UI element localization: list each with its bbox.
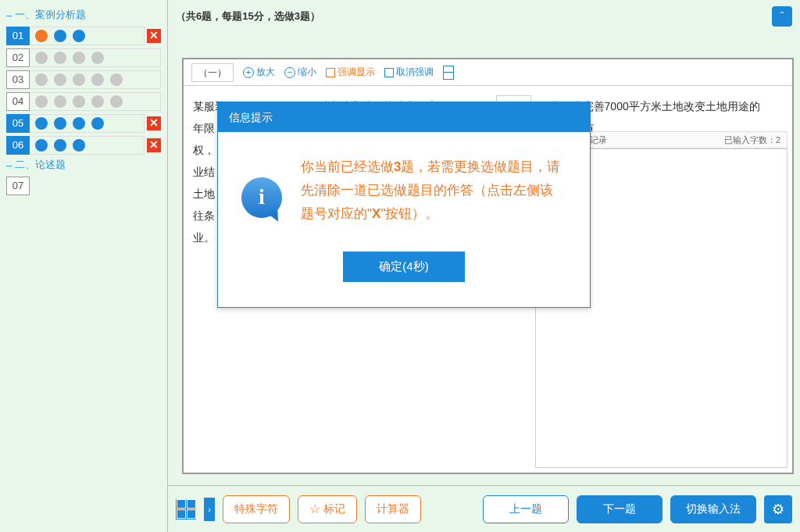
unhighlight-label: 取消强调 xyxy=(396,66,434,79)
modal-message: 你当前已经选做3题，若需更换选做题目，请先清除一道已选做题目的作答（点击左侧该题… xyxy=(301,155,562,225)
subpart-dot[interactable] xyxy=(35,139,48,152)
info-icon xyxy=(241,177,285,221)
prev-question-button[interactable]: 上一题 xyxy=(483,495,569,523)
highlight-label: 强调显示 xyxy=(338,66,375,79)
modal-ok-button[interactable]: 确定(4秒) xyxy=(343,252,464,282)
question-row-07: 07 xyxy=(3,177,161,195)
bottom-toolbar: › 特殊字符 标记 计算器 上一题 下一题 切换输入法 ⚙ xyxy=(168,485,800,532)
question-06-subparts xyxy=(30,136,145,155)
section-2-title[interactable]: 二、论述题 xyxy=(6,158,161,172)
calculator-button[interactable]: 计算器 xyxy=(365,495,421,523)
unhighlight-icon xyxy=(384,68,394,77)
subpart-dot[interactable] xyxy=(35,30,48,42)
question-row-04: 04 xyxy=(3,92,161,111)
question-05-subparts xyxy=(30,114,145,133)
calculator-label: 计算器 xyxy=(377,502,409,516)
subpart-dot[interactable] xyxy=(35,95,48,108)
chevron-right-icon: › xyxy=(208,505,211,514)
next-question-button[interactable]: 下一题 xyxy=(577,495,662,523)
section-header: （共6题，每题15分，选做3题） ˆ xyxy=(168,0,800,33)
clear-answer-x-button[interactable]: ✕ xyxy=(147,138,161,152)
question-04-subparts xyxy=(30,92,161,111)
subpart-dot[interactable] xyxy=(54,117,66,130)
subpart-dot[interactable] xyxy=(73,117,85,130)
section-1-title[interactable]: 一、案例分析题 xyxy=(6,8,161,22)
ime-switch-button[interactable]: 切换输入法 xyxy=(670,495,756,523)
collapse-button[interactable]: ˆ xyxy=(772,6,792,27)
char-count: 已输入字数：2 xyxy=(724,131,780,148)
zoom-in-label: 放大 xyxy=(256,66,275,79)
nav-arrow-button[interactable]: › xyxy=(204,498,215,521)
split-view-icon xyxy=(443,66,454,80)
question-row-03: 03 xyxy=(3,70,161,89)
special-chars-label: 特殊字符 xyxy=(234,502,278,516)
subpart-dot[interactable] xyxy=(73,95,85,108)
clear-answer-x-button[interactable]: ✕ xyxy=(147,116,161,130)
question-row-02: 02 xyxy=(3,48,161,67)
question-03-subparts xyxy=(30,70,161,89)
question-grid-button[interactable] xyxy=(176,499,196,520)
mark-button[interactable]: 标记 xyxy=(298,495,357,523)
next-label: 下一题 xyxy=(603,502,636,516)
zoom-out-button[interactable]: − 缩小 xyxy=(284,66,316,79)
question-number-01[interactable]: 01 xyxy=(6,27,30,45)
subpart-dot[interactable] xyxy=(35,73,48,86)
subpart-dot[interactable] xyxy=(35,52,48,64)
mark-label: 标记 xyxy=(323,502,345,516)
section-rule-text: （共6题，每题15分，选做3题） xyxy=(176,9,772,23)
split-view-button[interactable] xyxy=(443,66,454,80)
subpart-dot[interactable] xyxy=(73,52,85,64)
ime-label: 切换输入法 xyxy=(686,502,741,516)
minus-icon: − xyxy=(284,67,295,78)
modal-title: 信息提示 xyxy=(218,102,590,132)
subpart-dot[interactable] xyxy=(54,95,66,108)
content-toolbar: （一） + 放大 − 缩小 强调显示 取消强调 xyxy=(184,59,792,86)
special-chars-button[interactable]: 特殊字符 xyxy=(223,495,290,523)
subpart-dot[interactable] xyxy=(91,95,104,108)
subpart-dot[interactable] xyxy=(54,139,66,152)
clear-answer-x-button[interactable]: ✕ xyxy=(147,29,161,43)
question-row-05: 05 ✕ xyxy=(3,114,161,133)
subpart-dot[interactable] xyxy=(54,30,66,42)
subpart-dot[interactable] xyxy=(73,30,85,42)
subpart-dot[interactable] xyxy=(54,52,66,64)
plus-icon: + xyxy=(243,67,254,78)
question-row-06: 06 ✕ xyxy=(3,136,161,155)
subpart-dot[interactable] xyxy=(54,73,66,86)
info-modal: 信息提示 你当前已经选做3题，若需更换选做题目，请先清除一道已选做题目的作答（点… xyxy=(217,102,591,308)
subpart-dot[interactable] xyxy=(110,73,123,86)
part-label: （一） xyxy=(191,63,234,82)
subpart-dot[interactable] xyxy=(110,95,123,108)
subpart-dot[interactable] xyxy=(35,117,48,130)
question-number-03[interactable]: 03 xyxy=(6,70,30,89)
question-row-01: 01 ✕ xyxy=(3,27,161,45)
question-number-06[interactable]: 06 xyxy=(6,136,30,155)
unhighlight-button[interactable]: 取消强调 xyxy=(384,66,434,79)
question-number-05[interactable]: 05 xyxy=(6,114,30,133)
highlight-icon xyxy=(326,68,335,77)
prev-label: 上一题 xyxy=(509,502,542,516)
highlight-button[interactable]: 强调显示 xyxy=(326,66,375,79)
subpart-dot[interactable] xyxy=(91,117,104,130)
question-nav-sidebar: 一、案例分析题 01 ✕ 02 03 04 xyxy=(0,0,164,532)
question-01-subparts xyxy=(30,27,145,45)
question-number-04[interactable]: 04 xyxy=(6,92,30,111)
settings-button[interactable]: ⚙ xyxy=(764,495,792,523)
zoom-in-button[interactable]: + 放大 xyxy=(243,66,275,79)
subpart-dot[interactable] xyxy=(91,73,104,86)
zoom-out-label: 缩小 xyxy=(298,66,316,79)
question-02-subparts xyxy=(30,48,161,67)
subpart-dot[interactable] xyxy=(73,73,85,86)
star-icon xyxy=(309,502,320,516)
subpart-dot[interactable] xyxy=(91,52,104,64)
subpart-dot[interactable] xyxy=(73,139,85,152)
question-number-02[interactable]: 02 xyxy=(6,48,30,67)
chevron-up-icon: ˆ xyxy=(780,10,784,23)
question-number-07[interactable]: 07 xyxy=(6,177,30,195)
gear-icon: ⚙ xyxy=(772,501,784,518)
